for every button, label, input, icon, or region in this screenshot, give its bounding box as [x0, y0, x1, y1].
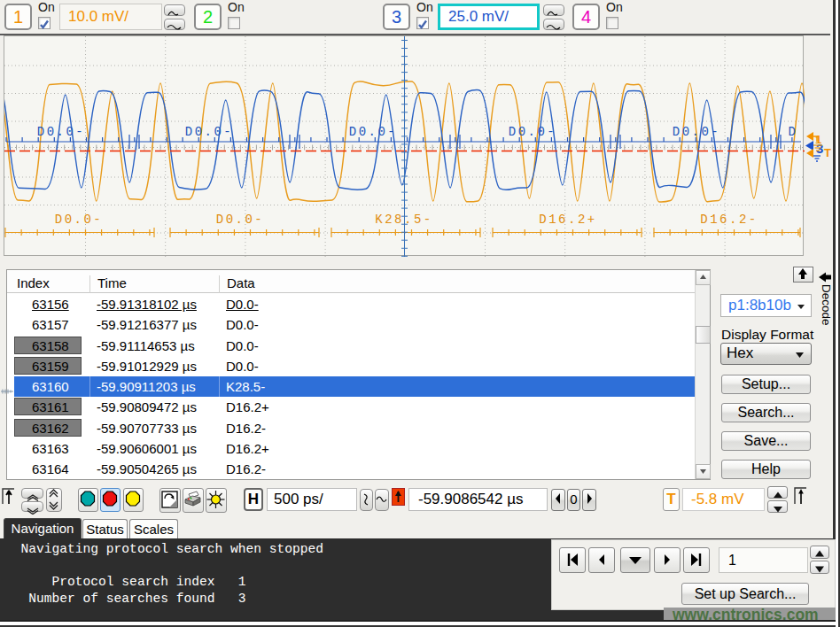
- svg-text:D: D: [789, 125, 798, 139]
- svg-text:T: T: [824, 146, 831, 159]
- svg-text:D16.2-: D16.2-: [700, 213, 758, 227]
- svg-text:D0.0-: D0.0-: [673, 125, 721, 139]
- svg-text:D16.2+: D16.2+: [539, 213, 596, 227]
- svg-text:D0.0-: D0.0-: [349, 125, 398, 139]
- svg-text:D0.0-: D0.0-: [37, 125, 86, 139]
- svg-text:D0.0-: D0.0-: [509, 125, 557, 139]
- svg-text:D0.0-: D0.0-: [55, 213, 104, 227]
- svg-text:D0.0-: D0.0-: [216, 213, 265, 227]
- svg-text:D0.0-: D0.0-: [185, 125, 234, 139]
